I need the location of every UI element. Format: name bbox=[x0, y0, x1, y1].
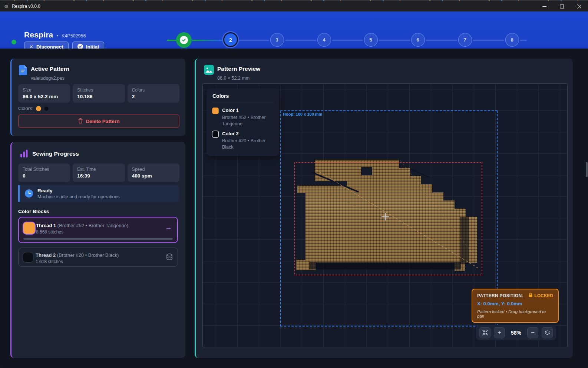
separator-bullet: • bbox=[56, 33, 58, 39]
pattern-position-overlay: PATTERN POSITION: LOCKED X: 0.0mm, Y: 0.… bbox=[472, 289, 559, 323]
preview-dimensions: 86.0 × 52.2 mm bbox=[217, 76, 250, 81]
scrollbar-thumb[interactable] bbox=[586, 162, 588, 177]
thread-progress-bar bbox=[23, 238, 173, 240]
preview-canvas[interactable]: Hoop: 100 x 100 mm bbox=[202, 83, 568, 347]
bar-chart-icon bbox=[20, 149, 29, 158]
status-title: Ready bbox=[37, 188, 120, 193]
pattern-stats: Size 86.0 x 52.2 mm Stitches 10.186 Colo… bbox=[18, 84, 179, 103]
app-name: Respira bbox=[24, 30, 53, 39]
zoom-in-button[interactable]: + bbox=[494, 327, 505, 338]
pattern-colors-row: Colors: bbox=[18, 106, 49, 111]
sewing-stats: Total Stitches 0 Est. Time 16:39 Speed 4… bbox=[18, 163, 179, 182]
document-icon bbox=[19, 65, 27, 75]
stat-colors: Colors 2 bbox=[128, 84, 179, 103]
thread-row-1[interactable]: Thread 1 (Brother #52 • Brother Tangerin… bbox=[18, 217, 178, 243]
window-title: Respira v0.0.0 bbox=[12, 4, 40, 9]
thread-stitch-count: 1.618 stitches bbox=[36, 259, 63, 264]
app-window: ⚙ Respira v0.0.0 Respira • K4P502956 ✕ D… bbox=[0, 0, 588, 368]
maximize-button[interactable] bbox=[553, 1, 571, 11]
delete-pattern-button[interactable]: Delete Pattern bbox=[18, 115, 179, 128]
check-icon bbox=[180, 36, 188, 44]
arrow-right-icon: → bbox=[165, 223, 172, 232]
titlebar[interactable]: ⚙ Respira v0.0.0 bbox=[0, 1, 588, 11]
color-swatch-orange bbox=[36, 106, 41, 111]
zoom-controls: + 58% − bbox=[476, 325, 556, 340]
legend-entry-color1: Color 1 Brother #52 • Brother Tangerine bbox=[212, 107, 273, 127]
stat-est-time: Est. Time 16:39 bbox=[73, 163, 125, 182]
active-pattern-card: Active Pattern valetudogv2.pes Size 86.0… bbox=[10, 59, 185, 136]
status-accent-bar bbox=[18, 185, 20, 202]
app-icon: ⚙ bbox=[4, 4, 9, 9]
stat-speed: Speed 400 spm bbox=[128, 163, 179, 182]
color-swatch-black bbox=[44, 106, 49, 111]
lock-icon bbox=[529, 293, 532, 298]
pattern-coords: X: 0.0mm, Y: 0.0mm bbox=[477, 301, 553, 306]
color-blocks-label: Color Blocks bbox=[18, 209, 49, 214]
stat-total-stitches: Total Stitches 0 bbox=[18, 163, 70, 182]
locked-label: LOCKED bbox=[534, 293, 553, 298]
reset-view-button[interactable] bbox=[542, 327, 553, 338]
legend-swatch-orange bbox=[212, 108, 218, 114]
pattern-lock-hint: Pattern locked • Drag background to pan bbox=[477, 309, 553, 318]
pattern-preview-card: Pattern Preview 86.0 × 52.2 mm Hoop: 100… bbox=[195, 59, 573, 358]
card-title: Sewing Progress bbox=[32, 150, 79, 157]
fit-view-button[interactable] bbox=[479, 327, 490, 338]
trash-icon bbox=[78, 118, 83, 125]
card-title: Active Pattern bbox=[31, 66, 69, 72]
zoom-level: 58% bbox=[508, 330, 524, 336]
thread-row-2[interactable]: Thread 2 (Brother #20 • Brother Black) 1… bbox=[18, 248, 178, 267]
clock-icon bbox=[25, 189, 33, 198]
connection-status-dot bbox=[11, 40, 16, 44]
stat-size: Size 86.0 x 52.2 mm bbox=[18, 84, 70, 103]
center-crosshair-icon bbox=[381, 213, 389, 221]
app-header: Respira • K4P502956 ✕ Disconnect Initial bbox=[0, 11, 588, 49]
sewing-progress-card: Sewing Progress Total Stitches 0 Est. Ti… bbox=[10, 142, 185, 358]
status-subtitle: Machine is idle and ready for operations bbox=[37, 194, 120, 199]
minimize-button[interactable] bbox=[536, 1, 553, 11]
close-button[interactable] bbox=[571, 1, 588, 11]
legend-swatch-black bbox=[212, 131, 218, 137]
legend-entry-color2: Color 2 Brother #20 • Brother Black bbox=[212, 131, 273, 150]
stat-stitches: Stitches 10.186 bbox=[73, 84, 125, 103]
image-icon bbox=[204, 65, 214, 75]
thread-swatch-black bbox=[23, 252, 33, 262]
thread-stitch-count: 8.568 stitches bbox=[36, 229, 63, 235]
machine-serial: K4P502956 bbox=[62, 33, 86, 39]
layers-stack-icon bbox=[166, 253, 173, 262]
zoom-out-button[interactable]: − bbox=[527, 327, 538, 338]
thread-swatch-orange bbox=[23, 222, 35, 234]
machine-status-banner: Ready Machine is idle and ready for oper… bbox=[18, 185, 179, 202]
pattern-filename: valetudogv2.pes bbox=[31, 76, 65, 81]
card-title: Pattern Preview bbox=[217, 66, 260, 72]
colors-legend: Colors Color 1 Brother #52 • Brother Tan… bbox=[207, 88, 279, 156]
